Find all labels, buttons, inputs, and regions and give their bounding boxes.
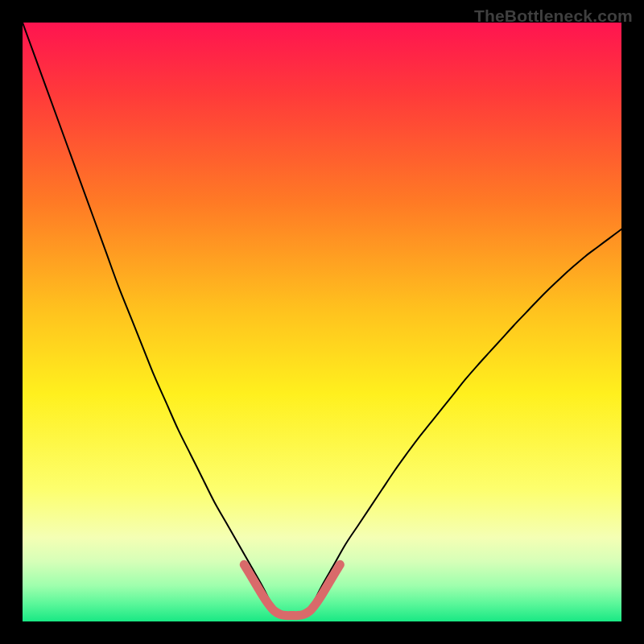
chart-frame: TheBottleneck.com [0,0,644,644]
gradient-background [23,23,621,621]
plot-area [23,23,621,621]
chart-svg [23,23,621,621]
